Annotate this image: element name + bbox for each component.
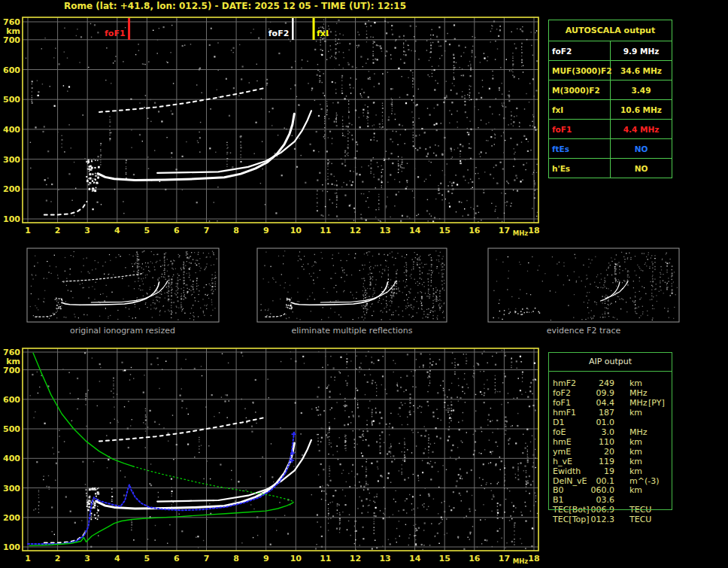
svg-text:4: 4 (114, 554, 120, 563)
svg-text:300: 300 (3, 155, 20, 165)
thumbnail-3-caption: evidence F2 trace (471, 326, 696, 336)
autoscala-param: foF1 (549, 120, 611, 138)
aip-unit: MHz (629, 427, 648, 437)
autoscala-value: 10.6 MHz (611, 100, 672, 119)
aip-row: D101.0 (548, 418, 672, 427)
svg-text:1: 1 (25, 226, 31, 235)
svg-text:600: 600 (3, 395, 20, 405)
svg-text:500: 500 (3, 95, 20, 105)
aip-value: 012.3 (569, 515, 614, 524)
aip-param: foF1 (553, 398, 571, 408)
svg-text:10: 10 (290, 554, 302, 563)
aip-row: foF209.9MHz (548, 388, 672, 398)
aip-row: h_vE119km (548, 457, 672, 466)
aip-value: 19 (569, 466, 614, 476)
aip-param: B1 (553, 495, 564, 505)
svg-text:km: km (6, 357, 20, 366)
svg-text:100: 100 (3, 542, 20, 552)
svg-text:16: 16 (469, 226, 481, 235)
aip-row: B0060.0km (548, 485, 672, 495)
svg-text:3: 3 (84, 554, 90, 563)
svg-text:11: 11 (320, 554, 331, 563)
aip-table-title: AIP output (548, 357, 672, 366)
aip-value: 00.1 (569, 476, 614, 486)
aip-unit: km (629, 378, 642, 388)
thumbnail-3-image (488, 248, 679, 322)
svg-text:15: 15 (439, 226, 450, 235)
svg-text:11: 11 (320, 226, 331, 235)
aip-row: hmE110km (548, 437, 672, 447)
svg-text:17: 17 (499, 554, 510, 563)
autoscala-value: 3.49 (611, 80, 672, 99)
aip-unit: MHz (629, 388, 648, 398)
aip-unit: MHz (629, 398, 648, 408)
aip-value: 04.4 (569, 398, 614, 408)
svg-text:fxI: fxI (317, 29, 329, 38)
aip-unit: km (629, 437, 642, 447)
aip-unit: km (629, 485, 642, 495)
aip-row: foE3.0MHz (548, 427, 672, 437)
svg-text:13: 13 (379, 554, 390, 563)
autoscala-window: Rome (lat: +41.8, lon: 012.5) - DATE: 20… (0, 0, 728, 568)
svg-text:100: 100 (3, 214, 20, 224)
autoscala-value: 9.9 MHz (611, 41, 672, 60)
svg-text:10: 10 (290, 226, 302, 235)
thumbnail-1-image (27, 248, 219, 322)
aip-value: 060.0 (569, 485, 614, 495)
autoscala-rows: foF29.9 MHzMUF(3000)F234.6 MHzM(3000)F23… (549, 41, 672, 178)
svg-text:600: 600 (3, 65, 20, 75)
autoscala-row: h'EsNO (549, 159, 672, 178)
aip-value: 03.6 (569, 495, 614, 505)
svg-text:8: 8 (233, 554, 239, 563)
svg-text:1: 1 (25, 554, 31, 563)
autoscala-value: 34.6 MHz (611, 61, 672, 80)
svg-text:200: 200 (3, 513, 20, 523)
autoscala-row: foF29.9 MHz (549, 41, 672, 61)
thumbnail-2-caption: eliminate multiple reflections (239, 326, 465, 336)
svg-text:MHz: MHz (513, 557, 529, 565)
svg-text:MHz: MHz (513, 229, 529, 237)
aip-unit: km (629, 408, 642, 418)
svg-text:14: 14 (409, 554, 421, 563)
aip-unit: TECU (629, 515, 651, 524)
aip-extra: [PY] (648, 398, 665, 408)
autoscala-param: ftEs (549, 139, 611, 158)
svg-text:400: 400 (3, 125, 20, 135)
autoscala-value: 4.4 MHz (611, 120, 672, 138)
top-ionogram-plot: 760700600500400300200100km12345678910111… (3, 17, 540, 237)
svg-text:400: 400 (3, 454, 20, 463)
svg-text:9: 9 (263, 554, 269, 563)
svg-text:2: 2 (55, 554, 61, 563)
svg-text:7: 7 (204, 554, 210, 563)
svg-text:6: 6 (174, 226, 180, 235)
aip-row: B103.6 (548, 495, 672, 505)
aip-param: ymE (553, 447, 571, 457)
svg-text:2: 2 (55, 226, 61, 235)
aip-unit: m^(-3) (629, 476, 659, 486)
aip-value: 110 (569, 437, 614, 447)
svg-text:13: 13 (379, 226, 390, 235)
aip-row: TEC[Bot]006.9TECU (548, 505, 672, 515)
aip-value: 249 (569, 378, 614, 388)
svg-text:300: 300 (3, 484, 20, 494)
autoscala-row: ftEsNO (549, 139, 672, 159)
svg-text:18: 18 (528, 226, 539, 235)
svg-text:km: km (6, 26, 20, 36)
svg-text:17: 17 (499, 226, 510, 235)
bottom-ionogram-plot: 760700600500400300200100km12345678910111… (3, 348, 540, 565)
aip-row: foF104.4MHz[PY] (548, 398, 672, 408)
aip-row: hmF1187km (548, 408, 672, 418)
autoscala-row: fxI10.6 MHz (549, 100, 672, 120)
aip-param: foF2 (553, 388, 571, 398)
svg-text:4: 4 (114, 226, 120, 235)
aip-row: DelN_vE00.1m^(-3) (548, 476, 672, 486)
thumbnail-2-image (257, 248, 447, 322)
aip-unit: km (629, 466, 642, 476)
svg-text:3: 3 (84, 226, 90, 235)
aip-value: 119 (569, 457, 614, 466)
svg-text:foF1: foF1 (105, 29, 126, 38)
autoscala-row: M(3000)F23.49 (549, 80, 672, 100)
aip-value: 006.9 (569, 505, 614, 515)
autoscala-param: h'Es (549, 159, 611, 178)
aip-row: TEC[Top]012.3TECU (548, 515, 672, 524)
